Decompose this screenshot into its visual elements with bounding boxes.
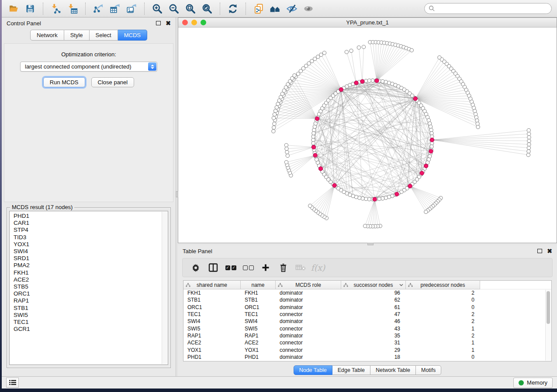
table-cell: 1 xyxy=(406,340,480,346)
desktop-background: Control Panel ✖ NetworkStyleSelectMCDS O… xyxy=(0,0,557,392)
table-row[interactable]: ORC1ORC1dominator610 xyxy=(183,304,551,311)
maximize-window-icon[interactable] xyxy=(201,20,206,25)
run-mcds-button[interactable]: Run MCDS xyxy=(43,77,85,87)
tab-select[interactable]: Select xyxy=(90,30,118,41)
tab-network-table[interactable]: Network Table xyxy=(370,365,416,375)
control-panel-title: Control Panel xyxy=(7,20,41,27)
table-cell: TEC1 xyxy=(241,311,276,317)
tab-mcds[interactable]: MCDS xyxy=(118,30,147,41)
close-panel-icon[interactable]: ✖ xyxy=(166,21,171,25)
table-cell: 2 xyxy=(406,290,480,296)
import-table-icon[interactable] xyxy=(66,2,80,15)
result-node-item[interactable]: STB1 xyxy=(14,305,168,312)
export-network-icon[interactable] xyxy=(91,2,105,15)
zoom-out-icon[interactable] xyxy=(167,2,181,15)
table-cell: SWI4 xyxy=(241,318,276,324)
table-row[interactable]: FKH1FKH1dominator962 xyxy=(183,289,551,296)
table-cell: FKH1 xyxy=(183,290,241,296)
table-row[interactable]: SWI5SWI5connector431 xyxy=(183,325,551,332)
float-panel-icon[interactable] xyxy=(537,249,542,253)
zoom-in-icon[interactable] xyxy=(150,2,164,15)
column-header-MCDS-role[interactable]: MCDS role xyxy=(276,281,341,289)
result-node-item[interactable]: GCR1 xyxy=(14,326,168,333)
tab-motifs[interactable]: Motifs xyxy=(416,365,441,375)
select-all-icon[interactable]: ✓✓ xyxy=(222,265,239,270)
criterion-select[interactable]: largest connected component (undirected) xyxy=(20,62,157,72)
first-neighbors-icon[interactable] xyxy=(268,2,282,15)
save-icon[interactable] xyxy=(23,2,37,15)
minimize-window-icon[interactable] xyxy=(191,20,197,25)
result-node-item[interactable]: TID3 xyxy=(14,234,168,241)
close-panel-icon[interactable]: ✖ xyxy=(547,249,552,253)
table-cell: dominator xyxy=(276,333,341,339)
column-header-name[interactable]: name xyxy=(241,281,276,289)
control-panel-tabs: NetworkStyleSelectMCDS xyxy=(2,29,176,43)
column-header-successor-nodes[interactable]: successor nodes xyxy=(341,281,406,289)
import-network-icon[interactable] xyxy=(49,2,63,15)
result-node-item[interactable]: CAR1 xyxy=(14,220,168,227)
result-node-item[interactable]: ACE2 xyxy=(14,276,168,283)
table-cell: 62 xyxy=(341,297,406,303)
result-node-item[interactable]: SRD1 xyxy=(14,255,168,262)
result-node-item[interactable]: SWI4 xyxy=(14,248,168,255)
table-cell: RAP1 xyxy=(183,333,241,339)
table-row[interactable]: STB1STB1dominator620 xyxy=(183,296,551,303)
horizontal-splitter[interactable] xyxy=(178,243,557,245)
result-node-item[interactable]: ORC1 xyxy=(14,290,168,297)
table-cell: ORC1 xyxy=(183,304,241,310)
memory-button[interactable]: Memory xyxy=(513,378,553,388)
table-row[interactable]: YOX1YOX1connector291 xyxy=(183,346,551,353)
refresh-icon[interactable] xyxy=(226,2,240,15)
close-panel-button[interactable]: Close panel xyxy=(91,77,135,87)
splitter-grip[interactable] xyxy=(367,243,374,245)
main-toolbar xyxy=(2,0,557,17)
result-node-item[interactable]: TEC1 xyxy=(14,319,168,326)
column-header-predecessor-nodes[interactable]: predecessor nodes xyxy=(406,281,480,289)
close-window-icon[interactable] xyxy=(182,20,188,25)
result-node-item[interactable]: STP4 xyxy=(14,227,168,234)
show-all-icon[interactable] xyxy=(301,2,315,15)
search-box xyxy=(424,3,552,14)
mcds-result-list[interactable]: PHD1CAR1STP4TID3YOX1SWI4SRD1PMA2FKH1ACE2… xyxy=(9,211,168,365)
task-history-button[interactable] xyxy=(6,378,19,388)
split-columns-icon[interactable] xyxy=(204,263,222,272)
scrollbar-thumb[interactable] xyxy=(547,291,550,324)
table-row[interactable]: PHD1PHD1dominator180 xyxy=(183,354,551,361)
tab-style[interactable]: Style xyxy=(64,30,90,41)
settings-icon[interactable] xyxy=(187,263,204,272)
result-node-item[interactable]: SWI5 xyxy=(14,312,168,319)
network-window-title: YPA_prune.txt_1 xyxy=(178,19,557,26)
export-image-icon[interactable] xyxy=(125,2,138,15)
table-row[interactable]: RAP1RAP1dominator352 xyxy=(183,332,551,339)
result-node-item[interactable]: PHD1 xyxy=(14,213,168,220)
deselect-all-icon[interactable] xyxy=(239,265,257,270)
tab-edge-table[interactable]: Edge Table xyxy=(332,365,370,375)
delete-column-icon[interactable] xyxy=(274,263,292,272)
add-column-icon[interactable] xyxy=(257,263,274,272)
duplicate-network-icon[interactable] xyxy=(252,2,266,15)
table-row[interactable]: TEC1TEC1connector472 xyxy=(183,311,551,318)
zoom-selected-icon[interactable] xyxy=(200,2,214,15)
table-scrollbar[interactable] xyxy=(545,290,551,361)
table-cell: FKH1 xyxy=(241,290,276,296)
export-table-icon[interactable] xyxy=(108,2,122,15)
tab-node-table[interactable]: Node Table xyxy=(294,365,332,375)
result-node-item[interactable]: RAP1 xyxy=(14,297,168,304)
open-icon[interactable] xyxy=(7,2,21,15)
result-node-item[interactable]: PMA2 xyxy=(14,262,168,269)
column-header-shared-name[interactable]: shared name xyxy=(183,281,241,289)
network-canvas[interactable] xyxy=(178,28,557,243)
tab-network[interactable]: Network xyxy=(30,30,64,41)
table-row[interactable]: ACE2ACE2connector311 xyxy=(183,339,551,346)
vertical-splitter[interactable] xyxy=(176,17,178,376)
float-panel-icon[interactable] xyxy=(156,21,161,25)
hide-selected-icon[interactable] xyxy=(285,2,299,15)
result-node-item[interactable]: FKH1 xyxy=(14,269,168,276)
network-graph[interactable] xyxy=(178,28,557,243)
result-node-item[interactable]: YOX1 xyxy=(14,241,168,248)
table-row[interactable]: SWI4SWI4dominator462 xyxy=(183,318,551,325)
search-input[interactable] xyxy=(435,5,547,12)
result-node-item[interactable]: STB5 xyxy=(14,283,168,290)
result-list-scrollbar[interactable] xyxy=(162,212,167,364)
zoom-fit-icon[interactable] xyxy=(183,2,197,15)
